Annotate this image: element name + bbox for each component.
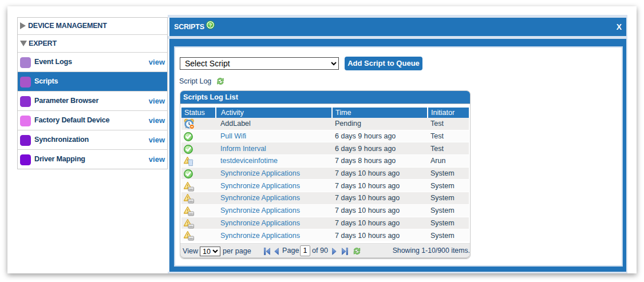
svg-text:?: ?: [209, 22, 212, 28]
